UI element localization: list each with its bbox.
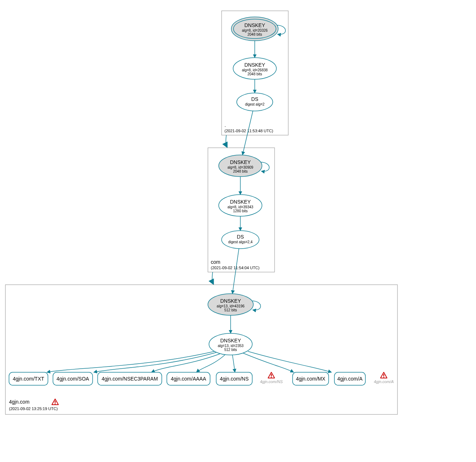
com-ksk-node: DNSKEY alg=8, id=30909 2048 bits xyxy=(219,155,262,177)
svg-text:DS: DS xyxy=(237,234,244,240)
zone-root-ts: (2021-09-02 11:53:48 UTC) xyxy=(224,129,273,133)
com-ds-node: DS digest algs=2,4 xyxy=(222,231,259,249)
edge-zone-root-com xyxy=(226,135,227,147)
warning-icon xyxy=(381,372,387,378)
svg-text:alg=8, id=39343: alg=8, id=39343 xyxy=(227,205,253,209)
rr-a: 4gjn.com/A xyxy=(334,372,365,385)
edge-leaf-a xyxy=(248,351,332,372)
rr-soa: 4gjn.com/SOA xyxy=(53,372,93,385)
edge-leaf-nsec xyxy=(151,354,220,372)
rr-ns: 4gjn.com/NS xyxy=(216,372,252,385)
edge-leaf-mx xyxy=(243,353,294,372)
zone-com-name: com xyxy=(211,259,220,265)
svg-text:512 bits: 512 bits xyxy=(224,308,237,312)
edge-zone-com-leaf xyxy=(212,272,213,284)
svg-text:alg=13, id=2353: alg=13, id=2353 xyxy=(218,344,244,348)
svg-text:DNSKEY: DNSKEY xyxy=(220,338,241,343)
svg-text:digest alg=2: digest alg=2 xyxy=(245,102,265,106)
rr-aaaa: 4gjn.com/AAAA xyxy=(167,372,210,385)
svg-text:4gjn.com/A: 4gjn.com/A xyxy=(337,376,363,382)
svg-point-11 xyxy=(237,93,273,111)
svg-text:4gjn.com/MX: 4gjn.com/MX xyxy=(296,376,325,382)
svg-text:4gjn.com/TXT: 4gjn.com/TXT xyxy=(13,376,44,382)
zone-leaf-ts: (2021-09-02 13:25:19 UTC) xyxy=(9,407,58,411)
svg-point-22 xyxy=(222,231,259,249)
svg-text:DNSKEY: DNSKEY xyxy=(244,62,265,68)
leaf-zsk-node: DNSKEY alg=13, id=2353 512 bits xyxy=(209,333,252,355)
svg-text:DNSKEY: DNSKEY xyxy=(244,22,265,28)
svg-text:2048 bits: 2048 bits xyxy=(233,169,248,173)
edge-leaf-soa xyxy=(94,352,216,372)
root-ds-node: DS digest alg=2 xyxy=(237,93,273,111)
edge-leaf-txt xyxy=(47,351,214,372)
root-ksk-node: DNSKEY alg=8, id=20326 2048 bits xyxy=(231,17,278,41)
edge-leaf-ns xyxy=(232,355,235,372)
svg-text:512 bits: 512 bits xyxy=(224,348,237,352)
svg-text:DNSKEY: DNSKEY xyxy=(220,298,241,304)
leaf-ksk-node: DNSKEY alg=13, id=43196 512 bits xyxy=(208,294,253,315)
svg-text:1280 bits: 1280 bits xyxy=(233,209,248,213)
svg-text:4gjn.com/NSEC3PARAM: 4gjn.com/NSEC3PARAM xyxy=(102,376,158,382)
svg-text:alg=13, id=43196: alg=13, id=43196 xyxy=(217,304,245,308)
svg-text:4gjn.com/SOA: 4gjn.com/SOA xyxy=(57,376,89,382)
zone-leaf-name: 4gjn.com xyxy=(9,399,30,405)
rr-mx: 4gjn.com/MX xyxy=(293,372,329,385)
svg-text:digest algs=2,4: digest algs=2,4 xyxy=(228,240,253,244)
root-zsk-node: DNSKEY alg=8, id=26838 2048 bits xyxy=(233,58,276,79)
rr-nsec3param: 4gjn.com/NSEC3PARAM xyxy=(98,372,162,385)
ghost-a-label: 4gjn.com/A xyxy=(374,379,393,384)
svg-text:DS: DS xyxy=(251,96,258,102)
svg-text:2048 bits: 2048 bits xyxy=(248,32,262,36)
svg-text:4gjn.com/NS: 4gjn.com/NS xyxy=(220,376,249,382)
rr-txt: 4gjn.com/TXT xyxy=(9,372,48,385)
warning-icon xyxy=(52,399,58,405)
dnssec-diagram: . (2021-09-02 11:53:48 UTC) DNSKEY alg=8… xyxy=(0,0,476,462)
svg-text:DNSKEY: DNSKEY xyxy=(230,159,251,165)
edge-com-ds-leaf-ksk xyxy=(232,249,239,294)
zone-com-ts: (2021-09-02 11:54:04 UTC) xyxy=(211,266,259,270)
svg-text:alg=8, id=30909: alg=8, id=30909 xyxy=(227,165,253,169)
svg-text:4gjn.com/AAAA: 4gjn.com/AAAA xyxy=(171,376,206,382)
zone-leaf-box xyxy=(5,285,397,414)
svg-text:alg=8, id=26838: alg=8, id=26838 xyxy=(242,68,268,72)
com-zsk-node: DNSKEY alg=8, id=39343 1280 bits xyxy=(219,195,262,216)
warning-icon xyxy=(268,372,275,378)
ghost-ns-label: 4gjn.com/NS xyxy=(260,379,283,384)
zone-root-name: . xyxy=(224,122,226,128)
svg-text:DNSKEY: DNSKEY xyxy=(230,199,251,205)
svg-text:alg=8, id=20326: alg=8, id=20326 xyxy=(242,28,268,32)
svg-text:2048 bits: 2048 bits xyxy=(248,72,262,76)
